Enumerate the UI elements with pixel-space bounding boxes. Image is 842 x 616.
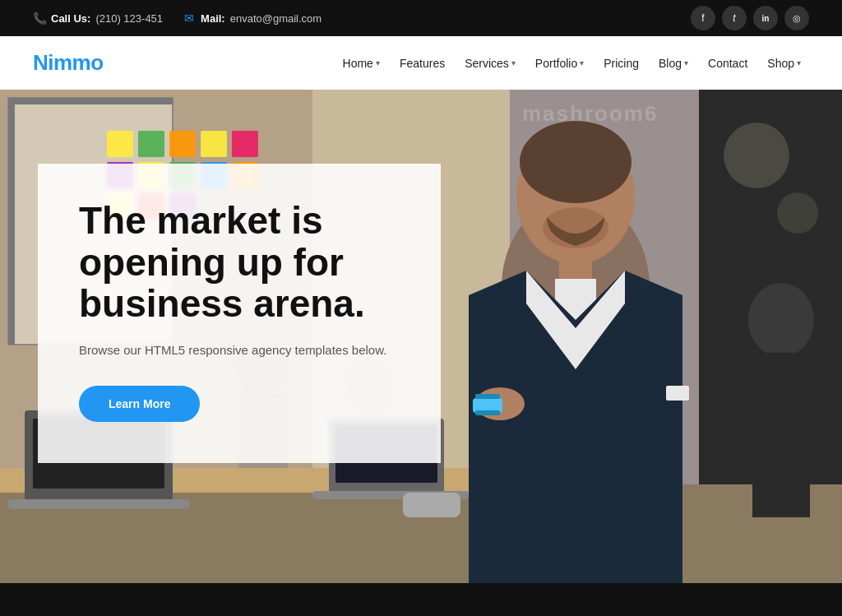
nav-menu: Home ▾ Features Services ▾ Portfolio ▾ P… [335, 50, 809, 76]
phone-label: Call Us: [51, 12, 90, 25]
logo-accent: o [90, 50, 103, 75]
svg-rect-24 [475, 394, 500, 399]
nav-label-features: Features [400, 57, 445, 70]
nav-link-shop[interactable]: Shop ▾ [759, 50, 809, 76]
nav-link-features[interactable]: Features [391, 50, 453, 76]
svg-text:mashroom6: mashroom6 [522, 101, 658, 126]
logo[interactable]: Nimmo [33, 50, 104, 76]
nav-label-pricing: Pricing [604, 57, 639, 70]
nav-link-blog[interactable]: Blog ▾ [650, 50, 696, 76]
social-links: f t in ◎ [691, 6, 809, 30]
svg-point-45 [748, 283, 814, 357]
nav-link-contact[interactable]: Contact [700, 50, 756, 76]
chevron-down-icon: ▾ [511, 58, 516, 67]
svg-rect-32 [169, 131, 196, 157]
phone-icon: 📞 [33, 12, 46, 25]
svg-rect-46 [752, 353, 810, 517]
svg-rect-30 [107, 131, 133, 157]
svg-rect-3 [8, 98, 173, 104]
hero-subtitle: Browse our HTML5 responsive agency templ… [79, 341, 400, 360]
nav-link-portfolio[interactable]: Portfolio ▾ [527, 50, 592, 76]
mail-contact: ✉ Mail: envato@gmail.com [183, 12, 322, 25]
twitter-icon: t [733, 12, 735, 24]
nav-link-services[interactable]: Services ▾ [456, 50, 524, 76]
instagram-icon: ◎ [793, 13, 801, 24]
nav-label-portfolio: Portfolio [535, 57, 577, 70]
twitter-link[interactable]: t [722, 6, 747, 30]
svg-point-18 [520, 121, 632, 203]
chevron-down-icon: ▾ [684, 58, 688, 67]
nav-label-services: Services [465, 57, 509, 70]
topbar-contacts: 📞 Call Us: (210) 123-451 ✉ Mail: envato@… [33, 12, 322, 25]
chevron-down-icon: ▾ [797, 58, 801, 67]
svg-rect-25 [475, 410, 500, 415]
hero-title: The market is opening up for business ar… [79, 200, 400, 325]
nav-item-contact[interactable]: Contact [700, 50, 756, 76]
chevron-down-icon: ▾ [376, 58, 380, 67]
nav-item-services[interactable]: Services ▾ [456, 50, 524, 76]
linkedin-icon: in [762, 14, 770, 23]
phone-number: (210) 123-451 [95, 12, 163, 25]
hero-section: mashroom6 The market is opening up for b… [0, 90, 842, 583]
learn-more-button[interactable]: Learn More [79, 386, 200, 422]
nav-label-home: Home [343, 57, 373, 70]
svg-rect-26 [666, 386, 689, 401]
nav-label-shop: Shop [767, 57, 794, 70]
svg-rect-34 [232, 131, 258, 157]
topbar: 📞 Call Us: (210) 123-451 ✉ Mail: envato@… [0, 0, 842, 36]
facebook-link[interactable]: f [691, 6, 715, 30]
nav-item-pricing[interactable]: Pricing [595, 50, 647, 76]
svg-rect-33 [201, 131, 227, 157]
nav-item-shop[interactable]: Shop ▾ [759, 50, 809, 76]
nav-item-blog[interactable]: Blog ▾ [650, 50, 696, 76]
bottom-bar [0, 583, 842, 616]
nav-link-pricing[interactable]: Pricing [595, 50, 647, 76]
nav-label-contact: Contact [708, 57, 747, 70]
nav-item-portfolio[interactable]: Portfolio ▾ [527, 50, 592, 76]
phone-contact: 📞 Call Us: (210) 123-451 [33, 12, 163, 25]
mail-icon: ✉ [183, 12, 196, 25]
hero-content-box: The market is opening up for business ar… [38, 164, 441, 463]
facebook-icon: f [701, 12, 704, 24]
svg-rect-11 [8, 499, 189, 509]
svg-point-44 [777, 192, 818, 234]
logo-text-main: Nimm [33, 50, 90, 75]
navbar: Nimmo Home ▾ Features Services ▾ Portfol… [0, 36, 842, 90]
svg-rect-4 [8, 98, 15, 345]
svg-rect-15 [403, 493, 460, 517]
chevron-down-icon: ▾ [580, 58, 584, 67]
nav-item-features[interactable]: Features [391, 50, 453, 76]
linkedin-link[interactable]: in [753, 6, 778, 30]
svg-point-43 [724, 123, 789, 188]
nav-link-home[interactable]: Home ▾ [335, 50, 388, 76]
nav-label-blog: Blog [659, 57, 682, 70]
nav-item-home[interactable]: Home ▾ [335, 50, 388, 76]
mail-address: envato@gmail.com [230, 12, 322, 25]
instagram-link[interactable]: ◎ [784, 6, 809, 30]
svg-rect-31 [138, 131, 164, 157]
mail-label: Mail: [201, 12, 225, 25]
